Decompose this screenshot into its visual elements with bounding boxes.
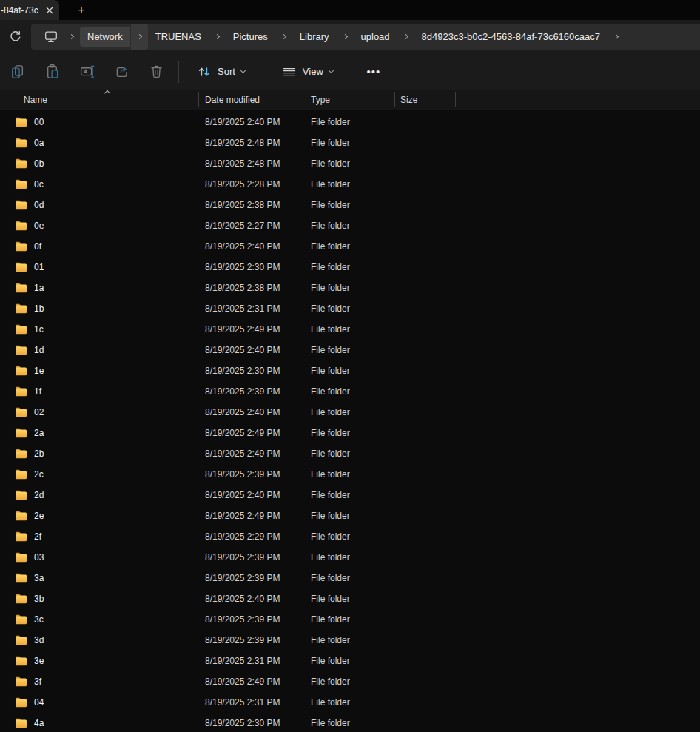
- tab-close-icon[interactable]: [43, 4, 56, 17]
- table-row[interactable]: 0f 8/19/2025 2:40 PM File folder: [0, 236, 700, 257]
- breadcrumb[interactable]: NetworkTRUENASPicturesLibraryupload8d492…: [31, 24, 700, 50]
- folder-name: 0c: [34, 179, 44, 189]
- table-row[interactable]: 0b 8/19/2025 2:48 PM File folder: [0, 153, 700, 174]
- folder-name: 01: [34, 262, 44, 272]
- folder-name: 0a: [34, 138, 44, 148]
- table-row[interactable]: 1f 8/19/2025 2:39 PM File folder: [0, 381, 700, 402]
- column-divider[interactable]: [198, 92, 199, 107]
- see-more-button[interactable]: •••: [356, 65, 391, 78]
- table-row[interactable]: 2a 8/19/2025 2:49 PM File folder: [0, 423, 700, 443]
- column-header-size[interactable]: Size: [400, 95, 417, 105]
- date-modified-cell: 8/19/2025 2:39 PM: [198, 386, 306, 397]
- table-row[interactable]: 3a 8/19/2025 2:39 PM File folder: [0, 568, 700, 588]
- column-header-type[interactable]: Type: [311, 95, 330, 105]
- table-row[interactable]: 4a 8/19/2025 2:30 PM File folder: [0, 713, 700, 732]
- folder-name: 04: [34, 697, 44, 708]
- date-modified-cell: 8/19/2025 2:29 PM: [198, 531, 306, 542]
- folder-icon: [15, 614, 27, 625]
- breadcrumb-item-network[interactable]: Network: [80, 27, 130, 47]
- copy-icon[interactable]: [0, 58, 35, 85]
- breadcrumb-chevron-icon[interactable]: [209, 24, 226, 50]
- table-row[interactable]: 1a 8/19/2025 2:38 PM File folder: [0, 278, 700, 298]
- table-row[interactable]: 1d 8/19/2025 2:40 PM File folder: [0, 340, 700, 360]
- table-row[interactable]: 2b 8/19/2025 2:49 PM File folder: [0, 443, 700, 464]
- date-modified-cell: 8/19/2025 2:49 PM: [198, 449, 306, 459]
- date-modified-cell: 8/19/2025 2:39 PM: [198, 614, 306, 625]
- paste-icon[interactable]: [35, 58, 70, 85]
- breadcrumb-item-pictures[interactable]: Pictures: [226, 27, 275, 47]
- column-header-name[interactable]: Name: [24, 95, 47, 105]
- type-cell: File folder: [306, 303, 394, 314]
- delete-icon[interactable]: [139, 58, 174, 85]
- type-cell: File folder: [306, 386, 394, 397]
- sort-button[interactable]: Sort: [186, 58, 255, 85]
- table-row[interactable]: 02 8/19/2025 2:40 PM File folder: [0, 402, 700, 423]
- table-row[interactable]: 0c 8/19/2025 2:28 PM File folder: [0, 174, 700, 195]
- folder-icon: [15, 138, 27, 148]
- rename-icon[interactable]: [70, 58, 104, 85]
- breadcrumb-item-upload[interactable]: upload: [354, 27, 397, 47]
- column-header-date-modified[interactable]: Date modified: [205, 95, 260, 105]
- share-icon[interactable]: [104, 58, 139, 85]
- breadcrumb-chevron-icon[interactable]: [275, 24, 292, 50]
- breadcrumb-chevron-icon[interactable]: [608, 24, 625, 50]
- table-row[interactable]: 2d 8/19/2025 2:40 PM File folder: [0, 485, 700, 506]
- folder-icon: [15, 428, 27, 438]
- table-row[interactable]: 04 8/19/2025 2:31 PM File folder: [0, 692, 700, 713]
- table-row[interactable]: 2f 8/19/2025 2:29 PM File folder: [0, 526, 700, 547]
- type-cell: File folder: [306, 138, 394, 148]
- table-row[interactable]: 0d 8/19/2025 2:38 PM File folder: [0, 195, 700, 215]
- toolbar-separator: [351, 61, 351, 83]
- refresh-icon[interactable]: [0, 30, 31, 42]
- table-row[interactable]: 3b 8/19/2025 2:40 PM File folder: [0, 588, 700, 609]
- date-modified-cell: 8/19/2025 2:39 PM: [198, 573, 306, 583]
- date-modified-cell: 8/19/2025 2:38 PM: [198, 283, 306, 293]
- folder-icon: [15, 324, 27, 335]
- breadcrumb-chevron-icon[interactable]: [337, 24, 354, 50]
- breadcrumb-item-8d4923c3-b0c2-4563-84af-73c6160caac7[interactable]: 8d4923c3-b0c2-4563-84af-73c6160caac7: [414, 27, 608, 47]
- breadcrumb-item-truenas[interactable]: TRUENAS: [148, 27, 209, 47]
- folder-name: 2b: [34, 449, 44, 459]
- folder-icon: [15, 386, 27, 397]
- table-row[interactable]: 3f 8/19/2025 2:49 PM File folder: [0, 671, 700, 692]
- table-row[interactable]: 0e 8/19/2025 2:27 PM File folder: [0, 215, 700, 236]
- breadcrumb-chevron-icon[interactable]: [130, 24, 148, 50]
- table-row[interactable]: 2e 8/19/2025 2:49 PM File folder: [0, 506, 700, 526]
- folder-name: 00: [34, 117, 44, 127]
- new-tab-button[interactable]: +: [72, 2, 91, 18]
- tab-bar: -84af-73c +: [0, 0, 700, 20]
- breadcrumb-item-library[interactable]: Library: [292, 27, 337, 47]
- column-header-row: Name Date modified Type Size: [0, 90, 700, 110]
- table-row[interactable]: 1c 8/19/2025 2:49 PM File folder: [0, 319, 700, 340]
- date-modified-cell: 8/19/2025 2:31 PM: [198, 656, 306, 666]
- table-row[interactable]: 3e 8/19/2025 2:31 PM File folder: [0, 651, 700, 671]
- type-cell: File folder: [306, 718, 394, 728]
- date-modified-cell: 8/19/2025 2:39 PM: [198, 635, 306, 645]
- address-bar: NetworkTRUENASPicturesLibraryupload8d492…: [0, 20, 700, 53]
- view-button[interactable]: View: [272, 58, 343, 85]
- column-divider[interactable]: [306, 92, 306, 107]
- table-row[interactable]: 01 8/19/2025 2:30 PM File folder: [0, 257, 700, 278]
- type-cell: File folder: [306, 614, 394, 625]
- table-row[interactable]: 0a 8/19/2025 2:48 PM File folder: [0, 132, 700, 153]
- table-row[interactable]: 00 8/19/2025 2:40 PM File folder: [0, 112, 700, 132]
- folder-name: 1a: [34, 283, 44, 293]
- column-divider[interactable]: [455, 92, 456, 107]
- folder-icon: [15, 345, 27, 355]
- breadcrumb-chevron-icon[interactable]: [63, 24, 80, 50]
- table-row[interactable]: 1e 8/19/2025 2:30 PM File folder: [0, 360, 700, 381]
- explorer-tab[interactable]: -84af-73c: [0, 0, 59, 20]
- this-pc-monitor-icon[interactable]: [38, 30, 63, 43]
- folder-icon: [15, 469, 27, 480]
- type-cell: File folder: [306, 200, 394, 210]
- table-row[interactable]: 3c 8/19/2025 2:39 PM File folder: [0, 609, 700, 630]
- column-divider[interactable]: [394, 92, 395, 107]
- breadcrumb-chevron-icon[interactable]: [397, 24, 414, 50]
- table-row[interactable]: 2c 8/19/2025 2:39 PM File folder: [0, 464, 700, 485]
- type-cell: File folder: [306, 594, 394, 604]
- table-row[interactable]: 3d 8/19/2025 2:39 PM File folder: [0, 630, 700, 651]
- folder-icon: [15, 490, 27, 500]
- table-row[interactable]: 1b 8/19/2025 2:31 PM File folder: [0, 298, 700, 319]
- table-row[interactable]: 03 8/19/2025 2:39 PM File folder: [0, 547, 700, 568]
- folder-name: 2d: [34, 490, 44, 500]
